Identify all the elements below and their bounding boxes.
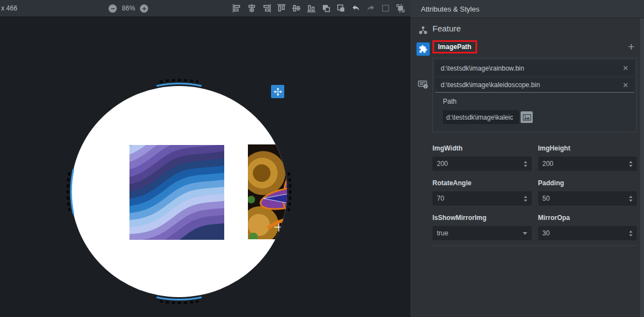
component-nav-button[interactable] [416, 42, 430, 56]
align-right-icon[interactable] [262, 3, 272, 13]
marquee-icon[interactable] [381, 3, 391, 13]
field-padding: Padding 50 [538, 179, 637, 206]
path-field-label: Path [443, 98, 627, 105]
alignment-toolbar [232, 3, 405, 13]
align-bottom-icon[interactable] [306, 3, 316, 13]
field-isshowmirrorimg: IsShowMirrorImg true [432, 214, 532, 240]
bring-forward-icon[interactable] [321, 3, 331, 13]
zoom-out-button[interactable]: − [109, 4, 117, 13]
move-handle[interactable] [271, 85, 284, 98]
field-imgwidth: ImgWidth 200 [432, 144, 532, 171]
isshowmirrorimg-select[interactable]: true [432, 226, 532, 240]
panel-nav-strip [415, 18, 431, 317]
imgheight-input[interactable]: 200 [538, 157, 637, 171]
attributes-panel: Attributes & Styles [410, 0, 644, 317]
imagepath-item-text: d:\testsdk\image\kaleidoscope.bin [441, 81, 623, 89]
align-middle-vertical-icon[interactable] [291, 3, 301, 13]
panel-scrollbar[interactable] [640, 18, 644, 317]
stepper-icon[interactable] [524, 161, 527, 167]
canvas-toolbar: x 466 − 86% + [0, 0, 410, 17]
field-mirroropa: MirrorOpa 30 [538, 214, 637, 240]
transform-icon[interactable] [396, 3, 405, 13]
rainbow-image[interactable] [129, 145, 224, 240]
zoom-level: 86% [122, 4, 135, 12]
mirroropa-input[interactable]: 30 [538, 226, 637, 240]
field-imgheight: ImgHeight 200 [538, 144, 637, 171]
move-arrows-icon [273, 87, 283, 96]
stepper-icon[interactable] [629, 196, 632, 202]
align-top-icon[interactable] [277, 3, 286, 13]
remove-item-icon[interactable]: ✕ [623, 64, 629, 72]
align-center-horizontal-icon[interactable] [247, 3, 257, 13]
canvas-size-label: x 466 [1, 4, 17, 12]
stepper-icon[interactable] [629, 230, 632, 237]
remove-item-icon[interactable]: ✕ [623, 81, 629, 89]
imagepath-detail: Path d:\testsdk\image\kaleic [435, 93, 634, 132]
imagepath-item-rainbow[interactable]: d:\testsdk\image\rainbow.bin ✕ [435, 61, 634, 76]
info-nav-button[interactable] [416, 78, 430, 91]
kaleidoscope-image[interactable] [248, 144, 287, 239]
image-picker-icon [523, 114, 531, 121]
undo-icon[interactable] [351, 3, 361, 13]
imagepath-list: d:\testsdk\image\rainbow.bin ✕ d:\testsd… [432, 58, 637, 132]
path-input[interactable]: d:\testsdk\image\kaleic [443, 110, 519, 124]
imagepath-item-text: d:\testsdk\image\rainbow.bin [441, 65, 623, 72]
send-backward-icon[interactable] [336, 3, 346, 13]
info-panel-icon [418, 79, 429, 89]
hierarchy-icon [418, 25, 428, 35]
section-title: Feature [432, 24, 637, 33]
add-imagepath-button[interactable]: + [628, 42, 635, 52]
padding-input[interactable]: 50 [538, 191, 637, 206]
property-fields: ImgWidth 200 ImgHeight 200 RotateAngle [432, 144, 637, 240]
circle-widget[interactable] [71, 86, 287, 297]
zoom-in-button[interactable]: + [140, 4, 148, 13]
align-left-icon[interactable] [232, 3, 242, 13]
field-rotateangle: RotateAngle 70 [432, 179, 532, 206]
imagepath-item-kaleidoscope[interactable]: d:\testsdk\image\kaleidoscope.bin ✕ [435, 78, 634, 93]
rotateangle-input[interactable]: 70 [432, 191, 532, 206]
design-canvas[interactable]: x 466 − 86% + [0, 0, 410, 317]
divider [432, 245, 637, 246]
stepper-icon[interactable] [629, 161, 632, 167]
hierarchy-nav-button[interactable] [416, 24, 430, 37]
image-picker-button[interactable] [521, 111, 533, 123]
imgwidth-input[interactable]: 200 [432, 157, 532, 171]
redo-icon[interactable] [366, 3, 376, 13]
chevron-down-icon[interactable] [523, 232, 527, 235]
component-icon [419, 45, 427, 53]
zoom-controls: − 86% + [109, 4, 148, 13]
imagepath-label: ImagePath [432, 40, 477, 53]
stepper-icon[interactable] [524, 196, 527, 202]
panel-title: Attributes & Styles [410, 0, 644, 18]
